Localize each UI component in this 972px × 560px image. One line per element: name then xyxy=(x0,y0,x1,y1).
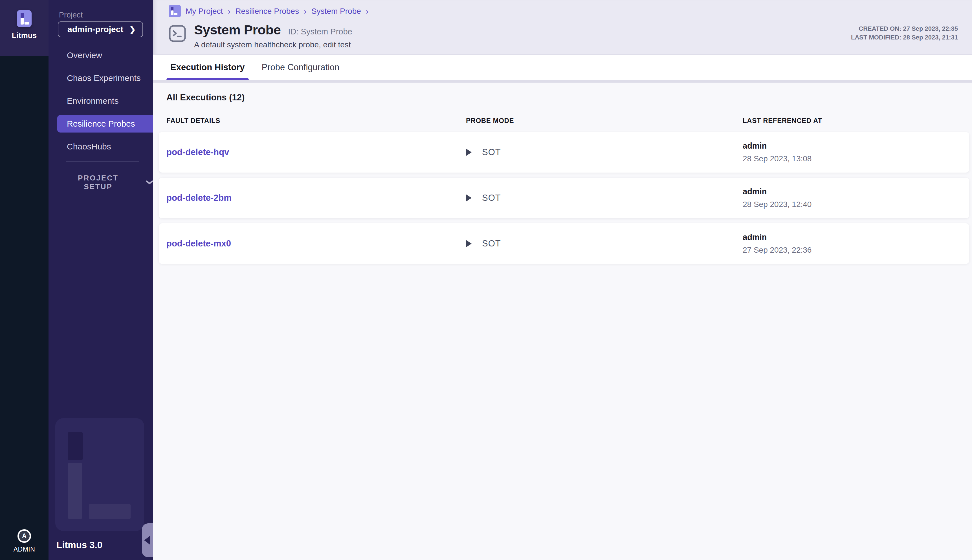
expand-play-icon[interactable] xyxy=(466,240,472,247)
sidebar-item-resilience-probes[interactable]: Resilience Probes xyxy=(57,115,153,133)
probe-id-label: ID: System Probe xyxy=(288,27,352,37)
logo-label: Litmus xyxy=(12,31,37,40)
probe-description: A default system healthcheck probe, edit… xyxy=(194,40,352,49)
column-fault-details: FAULT DETAILS xyxy=(167,117,466,125)
sidebar-divider xyxy=(66,161,139,162)
left-rail: Litmus A ADMIN xyxy=(0,0,48,560)
logo-horizontal-bar xyxy=(25,22,29,25)
sidebar-item-environments[interactable]: Environments xyxy=(48,92,153,110)
probe-mode-value: SOT xyxy=(482,147,501,157)
litmus-app: Litmus A ADMIN Project admin-project Ove… xyxy=(0,0,972,560)
user-section: A ADMIN xyxy=(0,529,48,553)
chevron-separator-icon xyxy=(228,7,230,16)
project-select-value: admin-project xyxy=(67,25,123,34)
table-row[interactable]: pod-delete-2bm SOT admin 28 Sep 2023, 12… xyxy=(159,178,969,218)
table-row[interactable]: pod-delete-mx0 SOT admin 27 Sep 2023, 22… xyxy=(159,223,969,264)
tab-execution-history[interactable]: Execution History xyxy=(167,55,249,80)
main-area: My Project Resilience Probes System Prob… xyxy=(153,0,972,560)
expand-play-icon[interactable] xyxy=(466,194,472,202)
sidebar-item-chaoshubs[interactable]: ChaosHubs xyxy=(48,138,153,155)
probe-mode-cell: SOT xyxy=(466,193,743,203)
avatar-initial: A xyxy=(22,532,27,540)
logo-vertical-bar xyxy=(21,18,24,25)
probe-mode-cell: SOT xyxy=(466,147,743,157)
chevron-separator-icon xyxy=(304,7,307,16)
project-setup-toggle[interactable]: PROJECT SETUP xyxy=(67,174,153,191)
column-last-referenced-at: LAST REFERENCED AT xyxy=(743,117,966,125)
last-referenced-cell: admin 27 Sep 2023, 22:36 xyxy=(743,233,969,255)
project-setup-label: PROJECT SETUP xyxy=(67,174,130,191)
chevron-separator-icon xyxy=(366,7,368,16)
referenced-at: 28 Sep 2023, 13:08 xyxy=(743,154,969,163)
triangle-left-icon xyxy=(144,536,150,545)
breadcrumb-system-probe[interactable]: System Probe xyxy=(312,7,361,16)
probe-title-row: System Probe ID: System Probe A default … xyxy=(168,22,352,49)
project-label: Project xyxy=(59,11,83,20)
fault-link[interactable]: pod-delete-hqv xyxy=(167,147,466,157)
breadcrumb: My Project Resilience Probes System Prob… xyxy=(169,5,368,17)
project-select[interactable]: admin-project xyxy=(58,22,143,37)
probe-mode-value: SOT xyxy=(482,238,501,249)
litmus-icon xyxy=(169,5,181,17)
page-header: My Project Resilience Probes System Prob… xyxy=(153,0,972,54)
breadcrumb-my-project[interactable]: My Project xyxy=(186,7,223,16)
execution-history-panel: All Executions (12) FAULT DETAILS PROBE … xyxy=(153,83,972,560)
version-label: Litmus 3.0 xyxy=(57,540,102,550)
last-referenced-cell: admin 28 Sep 2023, 12:40 xyxy=(743,187,969,209)
tab-probe-configuration[interactable]: Probe Configuration xyxy=(258,55,343,80)
fault-link[interactable]: pod-delete-mx0 xyxy=(167,238,466,249)
table-row[interactable]: pod-delete-hqv SOT admin 28 Sep 2023, 13… xyxy=(159,132,969,173)
column-probe-mode: PROBE MODE xyxy=(466,117,743,125)
user-role-label: ADMIN xyxy=(0,546,48,553)
tab-bar-divider xyxy=(153,80,972,83)
rail-top: Litmus xyxy=(0,0,48,56)
sidebar: Project admin-project Overview Chaos Exp… xyxy=(48,0,153,560)
probe-mode-value: SOT xyxy=(482,193,501,203)
breadcrumb-resilience-probes[interactable]: Resilience Probes xyxy=(235,7,299,16)
chevron-down-icon xyxy=(146,180,153,185)
sidebar-item-chaos-experiments[interactable]: Chaos Experiments xyxy=(48,69,153,87)
logo-accent-bar xyxy=(21,13,24,18)
sidebar-item-overview[interactable]: Overview xyxy=(48,47,153,64)
chevron-right-icon xyxy=(129,25,136,34)
probe-mode-cell: SOT xyxy=(466,238,743,249)
collapse-sidebar-handle[interactable] xyxy=(142,523,153,557)
referenced-by: admin xyxy=(743,141,969,150)
all-executions-title: All Executions (12) xyxy=(167,92,972,103)
execution-rows: pod-delete-hqv SOT admin 28 Sep 2023, 13… xyxy=(159,132,969,264)
last-modified: LAST MODIFIED: 28 Sep 2023, 21:31 xyxy=(851,33,958,42)
expand-play-icon[interactable] xyxy=(466,148,472,156)
litmus-watermark-graphic xyxy=(55,418,144,531)
terminal-icon xyxy=(168,24,187,43)
sidebar-nav: Overview Chaos Experiments Environments … xyxy=(48,47,153,161)
tab-bar: Execution History Probe Configuration xyxy=(153,54,972,80)
page-title: System Probe xyxy=(194,22,281,38)
created-on: CREATED ON: 27 Sep 2023, 22:35 xyxy=(851,24,958,33)
referenced-by: admin xyxy=(743,233,969,242)
litmus-logo-icon[interactable] xyxy=(17,10,32,27)
last-referenced-cell: admin 28 Sep 2023, 13:08 xyxy=(743,141,969,163)
referenced-by: admin xyxy=(743,187,969,196)
probe-meta-dates: CREATED ON: 27 Sep 2023, 22:35 LAST MODI… xyxy=(851,24,958,42)
referenced-at: 27 Sep 2023, 22:36 xyxy=(743,246,969,255)
referenced-at: 28 Sep 2023, 12:40 xyxy=(743,200,969,209)
table-header: FAULT DETAILS PROBE MODE LAST REFERENCED… xyxy=(167,117,966,125)
avatar[interactable]: A xyxy=(17,529,31,543)
fault-link[interactable]: pod-delete-2bm xyxy=(167,193,466,203)
